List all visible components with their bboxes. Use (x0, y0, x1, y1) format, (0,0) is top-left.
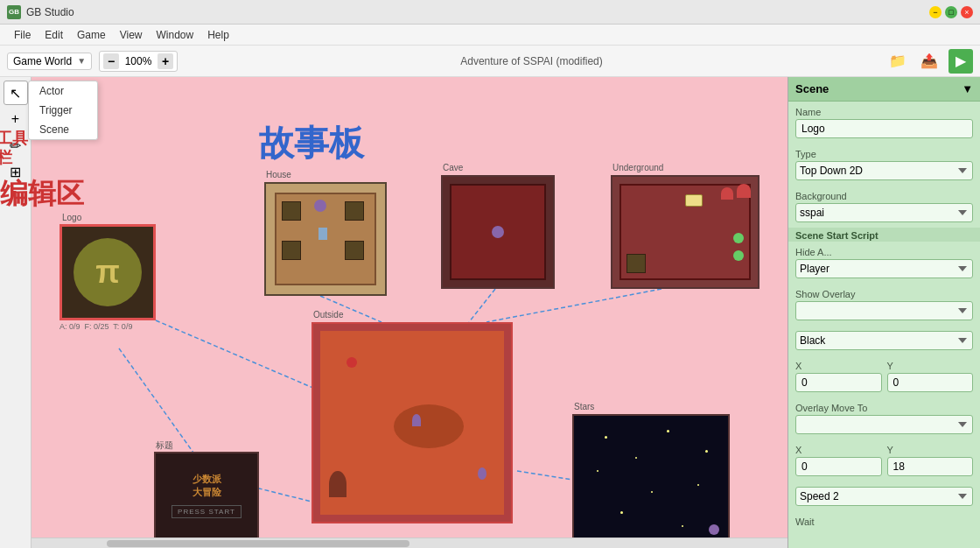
svg-line-3 (486, 289, 662, 322)
menu-game[interactable]: Game (70, 27, 113, 43)
zoom-in-button[interactable]: + (158, 53, 173, 69)
toolbox: ↖ + ✏ ⊞ Actor Trigger Scene 工具栏 (0, 77, 32, 548)
panel-name-section: Name (788, 102, 980, 144)
y-input[interactable] (887, 373, 974, 392)
scene-logo-label: Logo (62, 213, 81, 222)
scene-underground[interactable]: Underground (611, 175, 760, 289)
panel-show-overlay-section: Show Overlay (788, 284, 980, 326)
svg-line-2 (469, 289, 495, 322)
play-button[interactable]: ▶ (948, 49, 973, 74)
panel-type-section: Type Top Down 2D Platform Adventure (788, 144, 980, 186)
panel-overlay-color-section: Black White (788, 326, 980, 355)
open-folder-button[interactable]: 📁 (886, 49, 910, 74)
panel-title: Scene (795, 82, 829, 95)
storyboard-label: 故事板 (259, 119, 364, 167)
scene-logo[interactable]: π Logo (60, 224, 156, 320)
y-field: Y (887, 361, 974, 392)
menu-edit[interactable]: Edit (38, 27, 70, 43)
select-tool-button[interactable]: ↖ (4, 81, 28, 105)
move-x-label: X (795, 445, 882, 455)
panel-xy-section: X Y (788, 355, 980, 397)
add-actor-item[interactable]: Actor (29, 81, 97, 101)
app-title: GB Studio (26, 6, 929, 18)
move-y-label: Y (887, 445, 974, 455)
panel-bg-section: Background sspai logo stars (788, 186, 980, 228)
toolbar-right: 📁 📤 ▶ (886, 49, 973, 74)
scene-cave[interactable]: Cave (441, 175, 555, 289)
world-selector[interactable]: Game World ▼ (7, 53, 92, 70)
svg-line-4 (517, 471, 572, 480)
scene-script-header: Scene Start Script (788, 228, 980, 242)
scene-underground-label: Underground (612, 163, 663, 172)
add-tool-dropdown: Actor Trigger Scene (28, 81, 98, 140)
show-overlay-label: Show Overlay (795, 289, 973, 299)
canvas-area[interactable]: 故事板 π Logo A: 0/9 F: 0/25 T: 0/9 Ho (32, 77, 788, 548)
type-label: Type (795, 149, 973, 159)
x-input[interactable] (795, 373, 882, 392)
overlay-color-select[interactable]: Black White (795, 331, 973, 350)
toolbox-label: 工具栏 (0, 130, 30, 167)
panel-speed-section: Speed 2 Speed 1 Speed 3 (788, 481, 980, 511)
move-y-input[interactable] (887, 457, 974, 476)
name-label: Name (795, 107, 973, 117)
world-label: Game World (13, 55, 72, 67)
panel-header: Scene ▼ (788, 77, 980, 102)
scene-stars[interactable]: Stars (572, 414, 730, 548)
scene-outside[interactable]: Outside (312, 322, 513, 523)
show-overlay-select[interactable] (795, 301, 973, 320)
minimize-button[interactable]: − (929, 6, 942, 18)
overlay-move-select[interactable] (795, 415, 973, 434)
scene-title[interactable]: 标题 少数派大冒险 PRESS START (154, 452, 259, 539)
add-scene-item[interactable]: Scene (29, 120, 97, 139)
window-controls: − □ × (929, 6, 973, 18)
scene-title-label: 标题 (156, 439, 173, 452)
move-x-input[interactable] (795, 457, 882, 476)
x-label: X (795, 361, 882, 371)
world-arrow-icon: ▼ (77, 56, 86, 66)
speed-select[interactable]: Speed 2 Speed 1 Speed 3 (795, 487, 973, 506)
export-button[interactable]: 📤 (917, 49, 942, 74)
hide-actor-label: Hide A... (795, 247, 973, 257)
menu-window[interactable]: Window (150, 27, 201, 43)
move-xy-row: X Y (795, 445, 973, 476)
logo-stats: A: 0/9 F: 0/25 T: 0/9 (60, 322, 132, 331)
menu-help[interactable]: Help (200, 27, 236, 43)
y-label: Y (887, 361, 974, 371)
menu-file[interactable]: File (7, 27, 38, 43)
menu-view[interactable]: View (113, 27, 150, 43)
xy-row: X Y (795, 361, 973, 392)
scene-house[interactable]: House (264, 182, 387, 296)
main-area: ↖ + ✏ ⊞ Actor Trigger Scene 工具栏 故事板 (0, 77, 980, 548)
bg-select[interactable]: sspai logo stars (795, 203, 973, 222)
panel-hide-actor-section: Hide A... Player Actor 1 (788, 242, 980, 284)
scene-house-label: House (266, 170, 291, 179)
titlebar: GB GB Studio − □ × (0, 0, 980, 25)
move-x-field: X (795, 445, 882, 476)
hide-actor-select[interactable]: Player Actor 1 (795, 259, 973, 278)
close-button[interactable]: × (961, 6, 973, 18)
bg-label: Background (795, 191, 973, 201)
main-toolbar: Game World ▼ − 100% + Adventure of SSPAI… (0, 46, 980, 77)
zoom-out-button[interactable]: − (103, 53, 119, 69)
name-input[interactable] (795, 119, 973, 138)
right-panel: Scene ▼ Name Type Top Down 2D Platform A… (788, 77, 980, 548)
scene-stars-label: Stars (574, 402, 594, 411)
panel-overlay-move-section: Overlay Move To (788, 397, 980, 439)
move-y-field: Y (887, 445, 974, 476)
scene-outside-label: Outside (313, 310, 343, 320)
restore-button[interactable]: □ (945, 6, 957, 18)
zoom-controls: − 100% + (99, 51, 178, 72)
panel-collapse-icon[interactable]: ▼ (962, 82, 973, 95)
add-trigger-item[interactable]: Trigger (29, 101, 97, 120)
app-icon: GB (7, 5, 21, 19)
project-title: Adventure of SSPAI (modified) (185, 55, 878, 67)
wait-label: Wait (795, 516, 973, 527)
menubar: File Edit Game View Window Help (0, 25, 980, 46)
type-select[interactable]: Top Down 2D Platform Adventure (795, 161, 973, 180)
canvas-scrollbar-horizontal[interactable] (32, 537, 788, 548)
x-field: X (795, 361, 882, 392)
logo-symbol: π (74, 238, 142, 306)
panel-wait-section: Wait (788, 511, 980, 530)
scene-cave-label: Cave (443, 163, 463, 172)
add-tool-button[interactable]: + (4, 107, 28, 131)
